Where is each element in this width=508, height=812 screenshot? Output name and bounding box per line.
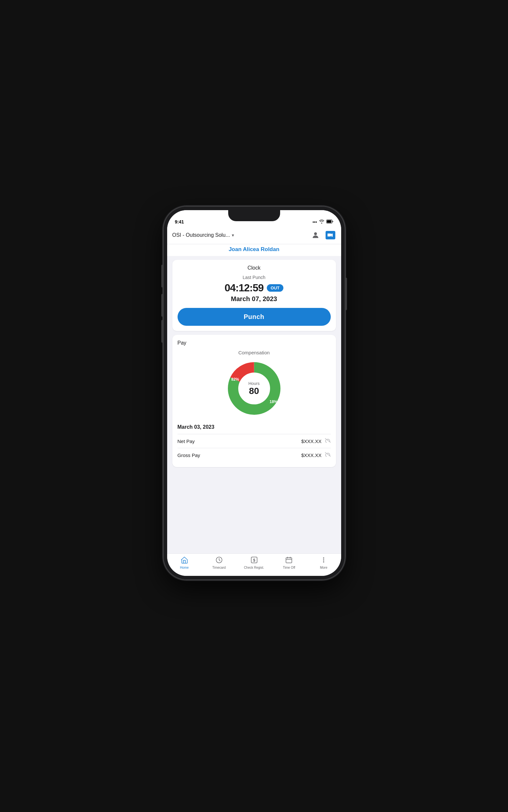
gross-pay-row: Gross Pay $XXX.XX [177, 448, 331, 462]
logo-button[interactable] [325, 230, 336, 241]
tab-timecard-label: Timecard [212, 566, 225, 569]
out-status-badge: OUT [267, 284, 283, 292]
eye-off-icon-2 [325, 452, 331, 457]
battery-icon [326, 219, 333, 225]
net-pay-visibility-icon[interactable] [325, 438, 331, 444]
tab-time-off-label: Time Off [283, 566, 295, 569]
donut-chart-container: Hours 80 82% 18% [177, 359, 331, 418]
user-name: Joan Alicea Roldan [228, 246, 279, 252]
tab-more[interactable]: More [314, 556, 333, 569]
phone-shell: 9:41 ▪▪▪ [163, 206, 345, 580]
red-pct-label: 18% [269, 400, 277, 404]
tab-home-label: Home [180, 566, 189, 569]
svg-text:$: $ [253, 558, 255, 563]
svg-point-13 [323, 561, 324, 563]
tab-time-off[interactable]: Time Off [279, 556, 299, 569]
punch-button[interactable]: Punch [177, 308, 331, 326]
person-icon [311, 231, 320, 239]
svg-point-11 [323, 557, 324, 559]
notch [228, 210, 280, 221]
gross-pay-label: Gross Pay [177, 452, 200, 458]
time-off-icon [285, 556, 292, 565]
eye-off-icon [325, 438, 331, 443]
tab-timecard[interactable]: Timecard [209, 556, 229, 569]
tab-home[interactable]: Home [175, 556, 194, 569]
net-pay-right: $XXX.XX [301, 438, 331, 444]
tab-bar: Home Timecard $ [167, 554, 341, 576]
nav-bar: OSI - Outsourcing Solu... ▾ [167, 227, 341, 244]
check-register-icon: $ [251, 556, 258, 565]
content-area: Clock Last Punch 04:12:59 OUT March 07, … [167, 256, 341, 554]
clock-card-title: Clock [177, 265, 331, 271]
screen: 9:41 ▪▪▪ [167, 210, 341, 576]
punch-date: March 07, 2023 [177, 295, 331, 303]
app-logo-icon [326, 231, 335, 239]
net-pay-amount: $XXX.XX [301, 439, 322, 444]
chevron-down-icon[interactable]: ▾ [232, 233, 234, 238]
punch-time: 04:12:59 [225, 282, 264, 294]
svg-rect-1 [327, 220, 331, 223]
pay-card: Pay Compensation [172, 335, 336, 467]
donut-center: Hours 80 [248, 381, 260, 396]
gross-pay-visibility-icon[interactable] [325, 452, 331, 458]
nav-icons [310, 230, 336, 241]
user-name-bar: Joan Alicea Roldan [167, 244, 341, 256]
company-name: OSI - Outsourcing Solu... [172, 232, 230, 238]
hours-label: Hours [248, 381, 260, 386]
punch-time-row: 04:12:59 OUT [177, 282, 331, 294]
tab-check-register[interactable]: $ Check Regist. [244, 556, 264, 569]
net-pay-label: Net Pay [177, 439, 195, 444]
scene: 9:41 ▪▪▪ [0, 0, 508, 812]
gross-pay-right: $XXX.XX [301, 452, 331, 458]
tab-check-register-label: Check Regist. [244, 566, 264, 569]
last-punch-label: Last Punch [177, 275, 331, 280]
svg-point-2 [314, 232, 317, 235]
timecard-icon [216, 556, 223, 565]
svg-point-12 [323, 559, 324, 561]
green-pct-label: 82% [231, 377, 239, 382]
pay-card-title: Pay [177, 340, 331, 346]
tab-more-label: More [320, 566, 328, 569]
net-pay-row: Net Pay $XXX.XX [177, 434, 331, 448]
compensation-label: Compensation [177, 350, 331, 355]
pay-date: March 03, 2023 [177, 424, 331, 430]
wifi-icon [319, 219, 324, 225]
clock-card: Clock Last Punch 04:12:59 OUT March 07, … [172, 260, 336, 331]
user-profile-button[interactable] [310, 230, 321, 241]
status-time: 9:41 [175, 219, 184, 225]
donut-chart: Hours 80 82% 18% [225, 359, 283, 418]
nav-title-group[interactable]: OSI - Outsourcing Solu... ▾ [172, 232, 235, 238]
svg-rect-4 [331, 234, 333, 237]
hours-value: 80 [248, 386, 260, 396]
gross-pay-amount: $XXX.XX [301, 452, 322, 458]
more-dots-icon [320, 556, 327, 565]
home-icon [180, 556, 188, 565]
status-icons: ▪▪▪ [312, 219, 333, 225]
svg-rect-10 [286, 558, 292, 563]
signal-icon: ▪▪▪ [312, 219, 317, 225]
